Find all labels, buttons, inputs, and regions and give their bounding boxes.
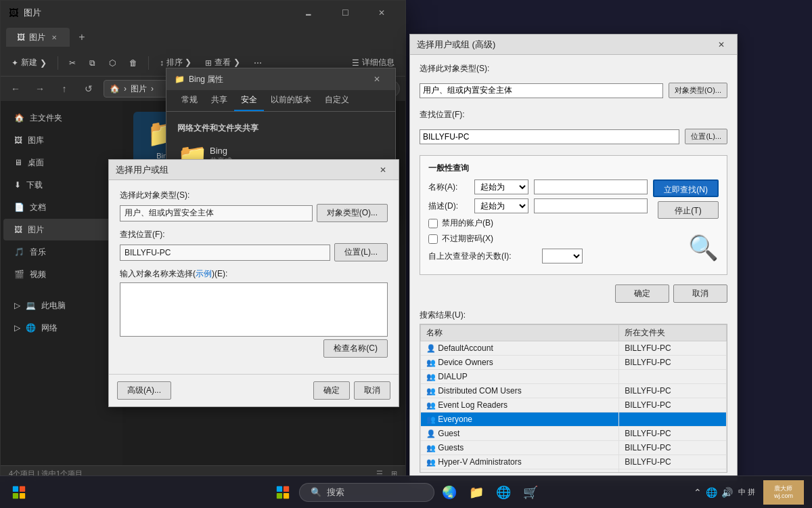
name-filter-input[interactable] — [534, 179, 648, 194]
sidebar-item-home[interactable]: 🏠 主文件夹 — [3, 107, 120, 129]
result-row[interactable]: 👥 Device Owners BILLYFU-PC — [421, 356, 727, 370]
desc-filter-select[interactable]: 起始为 — [474, 198, 528, 213]
taskbar-store-icon[interactable]: 🛒 — [518, 480, 543, 505]
refresh-button[interactable]: ↺ — [79, 79, 98, 98]
network-expand-icon: ▷ — [14, 323, 20, 333]
result-row[interactable]: 👥 Hyper-V Administrators BILLYFU-PC — [421, 455, 727, 469]
taskbar-search-text: 搜索 — [327, 486, 344, 499]
select-user-cancel-button[interactable]: 取消 — [354, 381, 390, 400]
copy-button[interactable]: ⧉ — [84, 53, 101, 73]
start-center-button[interactable] — [269, 479, 296, 506]
results-section: 搜索结果(U): 名称 所在文件夹 👤 DefaultAccount BILLY… — [420, 310, 727, 473]
desc-filter-input[interactable] — [534, 198, 648, 213]
sidebar-label-pictures: 图片 — [28, 224, 44, 236]
view-icon: ⊞ — [205, 58, 212, 68]
no-expire-checkbox[interactable] — [428, 234, 438, 244]
object-type-button[interactable]: 对象类型(O)... — [317, 204, 388, 222]
select-user-ok-button[interactable]: 确定 — [313, 381, 350, 400]
sidebar-label-downloads: 下载 — [26, 179, 43, 191]
time-display[interactable]: 中 拼 — [738, 487, 755, 497]
example-link[interactable]: 示例 — [196, 269, 212, 278]
tab-close-button[interactable]: ✕ — [49, 33, 59, 42]
result-row[interactable]: 👥 IIS_IUSRS BILLYFU-PC — [421, 469, 727, 473]
maximize-button[interactable]: ☐ — [330, 2, 361, 24]
sidebar-item-downloads[interactable]: ⬇ 下载 — [3, 174, 120, 196]
object-type-row: 用户、组或内置安全主体 对象类型(O)... — [120, 204, 388, 222]
tab-sharing[interactable]: 共享 — [204, 90, 234, 111]
sidebar-item-thispc[interactable]: ▷ 💻 此电脑 — [3, 295, 120, 316]
close-button[interactable]: ✕ — [366, 2, 397, 24]
advanced-button[interactable]: 高级(A)... — [117, 381, 171, 400]
tray-network-icon[interactable]: 🌐 — [706, 487, 717, 498]
checkbox-section: 禁用的账户(B) 不过期密码(X) 自上次查登录的天数(I): — [428, 217, 648, 263]
tab-general[interactable]: 常规 — [175, 90, 204, 111]
days-label: 自上次查登录的天数(I): — [428, 251, 537, 262]
start-button[interactable] — [5, 479, 32, 506]
advanced-dialog-close-button[interactable]: ✕ — [713, 36, 730, 54]
result-folder: BILLYFU-PC — [619, 398, 727, 412]
find-now-button[interactable]: 立即查找(N) — [653, 179, 719, 197]
cut-button[interactable]: ✂ — [64, 53, 81, 73]
name-field-label: 名称(A): — [428, 182, 469, 193]
sidebar-item-pictures[interactable]: 🖼 图片 — [3, 219, 120, 240]
result-folder: BILLYFU-PC — [619, 356, 727, 370]
sidebar-item-network[interactable]: ▷ 🌐 网络 — [3, 317, 120, 339]
taskbar-edge-icon[interactable]: 🌐 — [491, 480, 516, 505]
result-folder — [619, 370, 727, 384]
up-button[interactable]: ↑ — [55, 79, 74, 98]
tab-previous[interactable]: 以前的版本 — [264, 90, 318, 111]
results-label: 搜索结果(U): — [420, 310, 727, 321]
object-name-input[interactable] — [120, 282, 388, 337]
sidebar-item-videos[interactable]: 🎬 视频 — [3, 263, 120, 285]
delete-button[interactable]: 🗑 — [124, 53, 143, 73]
sidebar-label-network: 网络 — [41, 322, 58, 334]
new-button[interactable]: ✦ 新建 ❯ — [6, 53, 52, 73]
bing-props-close-button[interactable]: ✕ — [367, 69, 387, 89]
select-user-close-button[interactable]: ✕ — [374, 161, 392, 179]
result-row[interactable]: 👥 Guests BILLYFU-PC — [421, 441, 727, 455]
sidebar-label-music: 音乐 — [30, 247, 46, 258]
location-button[interactable]: 位置(L)... — [334, 243, 388, 261]
bing-file-name: Bing — [210, 146, 232, 156]
adv-ok-button[interactable]: 确定 — [615, 284, 669, 303]
tab-security[interactable]: 安全 — [234, 90, 264, 111]
taskbar-search[interactable]: 🔍 搜索 — [299, 483, 434, 502]
name-filter-select[interactable]: 起始为 — [474, 179, 528, 194]
no-expire-row: 不过期密码(X) — [428, 233, 648, 245]
taskbar-folder-icon[interactable]: 📁 — [464, 480, 489, 505]
result-row[interactable]: 👥 Event Log Readers BILLYFU-PC — [421, 398, 727, 412]
adv-object-type-button[interactable]: 对象类型(O)... — [669, 83, 727, 98]
tray-chevron-icon[interactable]: ⌃ — [694, 487, 702, 498]
svg-rect-7 — [284, 492, 289, 498]
tab-custom[interactable]: 自定义 — [318, 90, 356, 111]
adv-cancel-button[interactable]: 取消 — [673, 284, 727, 303]
sidebar-item-music[interactable]: 🎵 音乐 — [3, 241, 120, 263]
result-icon: 👥 — [426, 358, 436, 366]
result-row[interactable]: 👤 Guest BILLYFU-PC — [421, 427, 727, 441]
adv-object-type-label: 选择此对象类型(S): — [420, 63, 514, 75]
search-icon-container: 🔍 — [688, 234, 719, 262]
tray-volume-icon[interactable]: 🔊 — [721, 487, 733, 498]
delete-icon: 🗑 — [129, 58, 137, 68]
sidebar-item-documents[interactable]: 📄 文档 — [3, 196, 120, 218]
sidebar-item-desktop[interactable]: 🖥 桌面 — [3, 152, 120, 173]
check-names-button[interactable]: 检查名称(C) — [323, 339, 388, 358]
add-tab-button[interactable]: + — [72, 28, 91, 47]
result-row[interactable]: 👥 Everyone — [421, 412, 727, 427]
minimize-button[interactable]: 🗕 — [293, 2, 324, 24]
result-row[interactable]: 👥 DIALUP — [421, 370, 727, 384]
address-separator-2: › — [151, 84, 154, 93]
paste-button[interactable]: ⬡ — [104, 53, 121, 73]
back-button[interactable]: ← — [6, 79, 25, 98]
adv-location-button[interactable]: 位置(L)... — [685, 129, 727, 144]
taskbar-earth-icon[interactable]: 🌏 — [437, 480, 461, 505]
stop-button[interactable]: 停止(T) — [658, 201, 719, 219]
result-row[interactable]: 👤 DefaultAccount BILLYFU-PC — [421, 341, 727, 356]
forward-button[interactable]: → — [30, 79, 49, 98]
disabled-account-label: 禁用的账户(B) — [442, 217, 493, 229]
disabled-account-checkbox[interactable] — [428, 219, 438, 228]
tab-pictures[interactable]: 🖼 图片 ✕ — [6, 28, 70, 47]
days-select[interactable] — [542, 249, 583, 263]
sidebar-item-gallery[interactable]: 🖼 图库 — [3, 129, 120, 151]
result-row[interactable]: 👥 Distributed COM Users BILLYFU-PC — [421, 384, 727, 398]
